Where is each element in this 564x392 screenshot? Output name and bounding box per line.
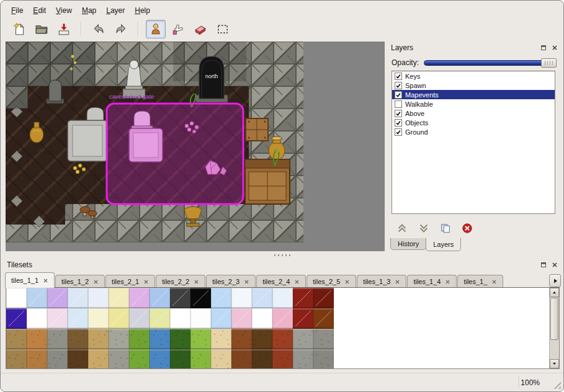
opacity-row: Opacity: <box>392 57 557 68</box>
tileset-tab-tiles_1_1[interactable]: tiles_1_1 <box>5 272 55 288</box>
scrollbar-thumb[interactable] <box>550 298 558 340</box>
tileset-tab-tiles_2_1[interactable]: tiles_2_1 <box>105 275 155 288</box>
detach-icon[interactable] <box>539 261 548 270</box>
redo-button[interactable] <box>111 20 131 38</box>
layer-row[interactable]: Walkable <box>392 99 555 109</box>
duplicate-layer-button[interactable] <box>438 221 453 236</box>
layer-label: Spawn <box>405 82 426 89</box>
save-button[interactable] <box>54 20 74 38</box>
menu-item-help[interactable]: Help <box>130 4 154 17</box>
tileset-tab-tiles_1_3[interactable]: tiles_1_3 <box>357 275 406 288</box>
layer-row[interactable]: Mapevents <box>392 90 555 99</box>
tileset-scrollbar[interactable] <box>549 288 559 368</box>
new-file-icon <box>12 22 26 36</box>
eraser-tool-button[interactable] <box>190 20 210 38</box>
delete-layer-button[interactable] <box>460 221 475 236</box>
new-button[interactable] <box>9 20 29 38</box>
detach-icon[interactable] <box>539 43 548 53</box>
tab-close-icon[interactable] <box>294 279 300 285</box>
tileset-tab-tiles_1_[interactable]: tiles_1_ <box>457 275 503 288</box>
layer-row[interactable]: Keys <box>392 71 555 81</box>
map-selection[interactable] <box>107 104 243 204</box>
tab-scroll-right-button[interactable] <box>549 274 561 287</box>
opacity-slider[interactable] <box>424 58 557 68</box>
tab-close-icon[interactable] <box>344 279 350 285</box>
layer-label: Mapevents <box>405 91 439 99</box>
tab-close-icon[interactable] <box>43 278 48 283</box>
small-headstone <box>47 80 64 104</box>
open-button[interactable] <box>32 20 51 38</box>
checked-checkbox[interactable] <box>395 119 402 127</box>
tab-close-icon[interactable] <box>491 279 497 285</box>
dock-tab-history[interactable]: History <box>390 238 426 250</box>
unchecked-checkbox[interactable] <box>395 100 402 108</box>
checked-checkbox[interactable] <box>395 110 402 117</box>
tab-close-icon[interactable] <box>395 279 400 285</box>
horizontal-splitter[interactable] <box>1 251 563 259</box>
undo-icon <box>92 22 105 36</box>
menu-item-layer[interactable]: Layer <box>102 4 129 17</box>
checked-checkbox[interactable] <box>395 73 402 80</box>
selection-tool-icon <box>216 22 230 36</box>
raise-layer-button[interactable] <box>395 221 410 236</box>
eraser-tool-icon <box>194 22 207 36</box>
tileset-tab-tiles_2_3[interactable]: tiles_2_3 <box>206 275 256 288</box>
layer-row[interactable]: Spawn <box>392 81 555 90</box>
map-canvas[interactable]: north <box>6 42 303 243</box>
redo-icon <box>114 22 128 36</box>
checked-checkbox[interactable] <box>395 91 402 99</box>
layer-row[interactable]: Ground <box>392 127 555 136</box>
tileset-tab-label: tiles_1_2 <box>61 278 89 285</box>
menu-item-file[interactable]: File <box>7 4 27 17</box>
raise-icon <box>396 223 408 234</box>
checked-checkbox[interactable] <box>395 128 402 136</box>
menu-item-edit[interactable]: Edit <box>29 4 50 17</box>
resize-grip[interactable] <box>552 380 561 389</box>
menu-item-map[interactable]: Map <box>78 4 101 17</box>
tab-close-icon[interactable] <box>445 279 450 285</box>
tileset-tab-tiles_2_4[interactable]: tiles_2_4 <box>256 275 306 288</box>
fill-tool-icon <box>171 22 185 36</box>
tab-close-icon[interactable] <box>244 279 249 285</box>
opacity-slider-handle[interactable] <box>541 58 557 68</box>
tab-close-icon[interactable] <box>194 279 199 285</box>
layers-panel-titlebar: Layers <box>387 42 562 54</box>
menu-item-view[interactable]: View <box>51 4 76 17</box>
opacity-slider-track[interactable] <box>424 60 557 66</box>
scroll-up-button[interactable] <box>550 288 559 297</box>
layers-panel: Layers Opacity: KeysSpawnMapeventsWalkab… <box>387 42 562 251</box>
tileset-tab-tiles_2_5[interactable]: tiles_2_5 <box>307 275 356 288</box>
checked-checkbox[interactable] <box>395 82 402 89</box>
tab-close-icon[interactable] <box>93 279 99 285</box>
layer-label: Above <box>405 110 424 117</box>
tileset-tab-label: tiles_2_4 <box>262 278 290 285</box>
save-icon <box>57 22 71 36</box>
map-view[interactable]: north <box>6 42 385 251</box>
tileset-tab-tiles_2_2[interactable]: tiles_2_2 <box>156 275 205 288</box>
tilesets-window-buttons <box>537 261 560 270</box>
opacity-label: Opacity: <box>392 58 419 67</box>
scroll-down-button[interactable] <box>550 359 559 368</box>
tileset-canvas[interactable] <box>6 288 334 369</box>
fill-tool-button[interactable] <box>168 20 188 38</box>
tileset-tab-tiles_1_2[interactable]: tiles_1_2 <box>55 275 105 288</box>
close-icon[interactable] <box>550 43 560 53</box>
tileset-tab-label: tiles_1_ <box>463 278 487 285</box>
layer-row[interactable]: Objects <box>392 118 555 127</box>
tileset-tab-tiles_1_4[interactable]: tiles_1_4 <box>407 275 457 288</box>
dock-tab-layers[interactable]: Layers <box>426 238 461 251</box>
lower-layer-button[interactable] <box>416 221 431 236</box>
toolbar-separator <box>138 22 139 37</box>
selection-tool-button[interactable] <box>213 20 233 38</box>
close-icon[interactable] <box>550 261 560 270</box>
layer-row[interactable]: Above <box>392 109 555 118</box>
tileset-tab-label: tiles_2_1 <box>112 278 139 285</box>
tab-close-icon[interactable] <box>143 279 149 285</box>
undo-button[interactable] <box>89 20 109 38</box>
tilesets-panel-title: Tilesets <box>7 261 537 269</box>
stamp-tool-button[interactable] <box>146 20 166 38</box>
toolbar <box>2 18 562 40</box>
layer-actions <box>395 220 475 236</box>
lower-icon <box>418 223 429 234</box>
layers-panel-title: Layers <box>391 43 537 52</box>
